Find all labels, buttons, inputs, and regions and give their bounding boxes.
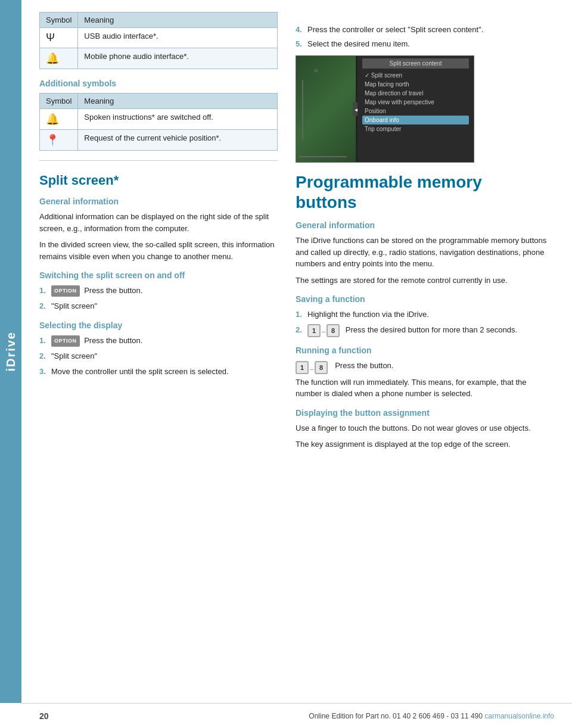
switching-steps: 1. OPTION Press the button. 2. "Split sc…	[39, 285, 278, 312]
left-column: Symbol Meaning Ψ USB audio interface*. 🔔…	[39, 12, 278, 455]
option-button-icon: OPTION	[51, 285, 80, 297]
split-general-p1: Additional information can be displayed …	[39, 211, 278, 234]
mem-btn-1: 1	[307, 324, 321, 337]
step-num: 2.	[296, 324, 304, 336]
split-screen-title: Split screen*	[39, 173, 278, 188]
step-num: 5.	[296, 38, 304, 50]
list-item: 1. OPTION Press the button.	[39, 335, 278, 347]
step-num: 2.	[39, 300, 48, 312]
step-content: Select the desired menu item.	[307, 38, 554, 50]
programmable-title: Programmable memorybuttons	[296, 172, 554, 212]
additional-symbols-heading: Additional symbols	[39, 79, 278, 88]
running-heading: Running a function	[296, 346, 554, 355]
list-item: 3. Move the controller until the split s…	[39, 366, 278, 378]
selecting-steps: 1. OPTION Press the button. 2. "Split sc…	[39, 335, 278, 377]
col-header-symbol-1: Symbol	[40, 13, 78, 28]
symbol-table-1: Symbol Meaning Ψ USB audio interface*. 🔔…	[39, 12, 278, 69]
step-content: OPTION Press the button.	[51, 335, 278, 347]
menu-panel: Split screen content Split screen Map fa…	[358, 56, 474, 163]
ss-item: Split screen	[362, 71, 469, 80]
col-header-meaning-2: Meaning	[78, 94, 278, 109]
symbol-cell: 🔔	[40, 109, 78, 130]
selecting-heading: Selecting the display	[39, 321, 278, 330]
col-header-symbol-2: Symbol	[40, 94, 78, 109]
step-content: "Split screen"	[51, 300, 278, 312]
step-num: 2.	[39, 350, 48, 362]
switching-heading: Switching the split screen on and off	[39, 270, 278, 280]
symbol-cell: Ψ	[40, 28, 78, 48]
list-item: 5. Select the desired menu item.	[296, 38, 554, 50]
ss-item: Trip computer	[362, 125, 469, 133]
col-header-meaning-1: Meaning	[78, 13, 278, 28]
list-item: 1. Highlight the function via the iDrive…	[296, 309, 554, 321]
symbol-cell: 🔔	[40, 48, 78, 69]
footer-text: Online Edition for Part no. 01 40 2 606 …	[309, 712, 554, 720]
meaning-cell: Mobile phone audio interface*.	[78, 48, 278, 69]
displaying-heading: Displaying the button assignment	[296, 408, 554, 418]
step-content: OPTION Press the button.	[51, 285, 278, 297]
idrive-tab: iDrive	[0, 0, 21, 703]
list-item: 1. OPTION Press the button.	[39, 285, 278, 297]
ss-item: Map view with perspective	[362, 98, 469, 107]
step-num: 4.	[296, 24, 304, 36]
meaning-cell: USB audio interface*.	[78, 28, 278, 48]
ss-title: Split screen content	[362, 58, 469, 69]
running-content: 1 ... 8 Press the button. The function w…	[296, 360, 554, 400]
page-number: 20	[39, 711, 49, 721]
divider	[39, 160, 278, 161]
idrive-label: iDrive	[4, 331, 18, 372]
list-item: 4. Press the controller or select "Split…	[296, 24, 554, 36]
step-content: Press the controller or select "Split sc…	[307, 24, 554, 36]
meaning-cell: Request of the current vehicle position*…	[78, 130, 278, 151]
displaying-p1: Use a finger to touch the buttons. Do no…	[296, 422, 554, 434]
step-content: Move the controller until the split scre…	[51, 366, 278, 378]
displaying-p2: The key assignment is displayed at the t…	[296, 438, 554, 450]
table-row: 📍 Request of the current vehicle positio…	[40, 130, 278, 151]
saving-heading: Saving a function	[296, 294, 554, 304]
table-row: Ψ USB audio interface*.	[40, 28, 278, 48]
list-item: 2. "Split screen"	[39, 350, 278, 362]
saving-steps: 1. Highlight the function via the iDrive…	[296, 309, 554, 337]
mem-btn-8: 8	[327, 324, 340, 337]
mem-btn-run-8: 8	[315, 361, 328, 374]
split-screen-screenshot: ⊙ ◀ Split screen content Split screen Ma…	[296, 55, 474, 163]
symbol-cell: 📍	[40, 130, 78, 151]
footer-website: carmanualsonline.info	[484, 712, 554, 720]
split-general-p2: In the divided screen view, the so-calle…	[39, 239, 278, 262]
ss-item: Map direction of travel	[362, 89, 469, 98]
memory-buttons-icon: 1 ... 8	[307, 324, 340, 337]
split-general-heading: General information	[39, 197, 278, 206]
map-area: ⊙	[296, 56, 356, 163]
meaning-cell: Spoken instructions* are switched off.	[78, 109, 278, 130]
step-num: 1.	[39, 285, 48, 297]
step-num: 1.	[39, 335, 48, 347]
mem-btn-run-1: 1	[296, 361, 309, 374]
list-item: 2. "Split screen"	[39, 300, 278, 312]
running-p1: Press the button.	[335, 360, 393, 372]
prog-general-heading: General information	[296, 220, 554, 230]
running-p2: The function will run immediately. This …	[296, 377, 554, 400]
right-column: 4. Press the controller or select "Split…	[296, 12, 554, 455]
step-content: 1 ... 8 Press the desired button for mor…	[307, 324, 554, 337]
footer: 20 Online Edition for Part no. 01 40 2 6…	[21, 703, 572, 728]
top-steps: 4. Press the controller or select "Split…	[296, 24, 554, 49]
mem-dots: ...	[322, 325, 325, 335]
prog-general-p2: The settings are stored for the remote c…	[296, 275, 554, 287]
memory-buttons-run-icon: 1 ... 8	[296, 361, 328, 374]
prog-general-p1: The iDrive functions can be stored on th…	[296, 235, 554, 270]
step-num: 1.	[296, 309, 304, 321]
ss-item-selected: Onboard info	[362, 116, 469, 125]
symbol-table-2: Symbol Meaning 🔔 Spoken instructions* ar…	[39, 93, 278, 151]
option-button-icon: OPTION	[51, 335, 80, 347]
list-item: 2. 1 ... 8 Press the desired button for …	[296, 324, 554, 337]
step-content: "Split screen"	[51, 350, 278, 362]
ss-item: Map facing north	[362, 80, 469, 89]
table-row: 🔔 Spoken instructions* are switched off.	[40, 109, 278, 130]
step-content: Highlight the function via the iDrive.	[307, 309, 554, 321]
table-row: 🔔 Mobile phone audio interface*.	[40, 48, 278, 69]
ss-item: Position	[362, 107, 469, 116]
step-num: 3.	[39, 366, 48, 378]
mem-dots-run: ...	[310, 364, 313, 371]
